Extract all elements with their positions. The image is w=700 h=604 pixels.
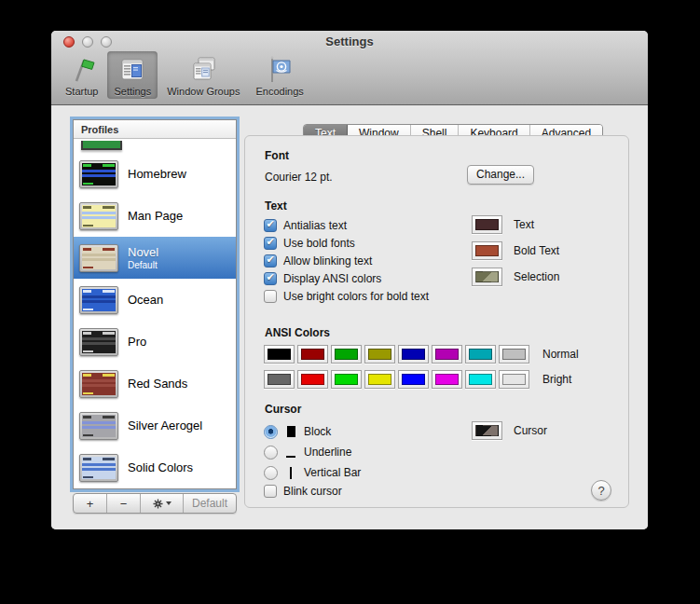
toolbar-item-settings[interactable]: Settings bbox=[107, 51, 158, 99]
partial-profile-thumb bbox=[81, 141, 122, 150]
checkbox[interactable] bbox=[264, 254, 277, 268]
ansi-color-well[interactable] bbox=[465, 345, 496, 364]
ansi-color-well[interactable] bbox=[264, 345, 295, 364]
profile-list-item[interactable]: Man Page bbox=[74, 195, 236, 237]
color-well-label: Bold Text bbox=[514, 244, 559, 257]
ansi-color-row: Normal bbox=[264, 345, 579, 364]
encodings-flag-icon bbox=[265, 55, 295, 85]
color-well-row: Text bbox=[472, 215, 559, 234]
color-well[interactable] bbox=[472, 421, 502, 440]
radio-button[interactable] bbox=[264, 425, 278, 439]
cursor-radio-row[interactable]: Vertical Bar bbox=[264, 462, 361, 483]
checkbox-row[interactable]: Use bold fonts bbox=[264, 234, 429, 252]
toolbar-item-label: Settings bbox=[114, 86, 151, 97]
ansi-color-well[interactable] bbox=[264, 370, 295, 389]
ansi-color-well[interactable] bbox=[499, 345, 529, 364]
gear-icon bbox=[153, 499, 163, 509]
blink-cursor-checkbox[interactable]: Blink cursor bbox=[264, 485, 342, 498]
chevron-down-icon bbox=[166, 501, 172, 505]
profile-list-item[interactable]: Red Sands bbox=[74, 363, 236, 405]
checkbox[interactable] bbox=[264, 237, 277, 250]
profile-default-badge: Default bbox=[128, 260, 158, 270]
toolbar-item-encodings[interactable]: Encodings bbox=[249, 51, 309, 99]
color-well[interactable] bbox=[472, 215, 502, 234]
add-profile-button[interactable]: + bbox=[74, 494, 107, 513]
ansi-color-well[interactable] bbox=[364, 345, 395, 364]
checkbox[interactable] bbox=[264, 290, 277, 303]
color-well-label: Cursor bbox=[514, 424, 547, 437]
toolbar-item-window-groups[interactable]: Window Groups bbox=[160, 51, 246, 99]
checkbox-row[interactable]: Use bright colors for bold text bbox=[264, 287, 429, 305]
cursor-style-glyph bbox=[285, 447, 296, 458]
profile-thumbnail bbox=[79, 244, 118, 272]
ansi-color-well[interactable] bbox=[331, 370, 362, 389]
profile-name: Solid Colors bbox=[128, 460, 193, 474]
profile-list-item[interactable]: Homebrew bbox=[74, 153, 236, 195]
profile-list-item[interactable]: Pro bbox=[74, 321, 236, 363]
checkbox-label: Antialias text bbox=[283, 219, 347, 232]
ansi-color-well[interactable] bbox=[398, 370, 429, 389]
ansi-color-well[interactable] bbox=[432, 345, 462, 364]
color-well[interactable] bbox=[472, 241, 502, 260]
profile-list-item[interactable]: Ocean bbox=[74, 279, 236, 321]
checkbox[interactable] bbox=[264, 485, 277, 498]
profile-list-item[interactable]: Silver Aerogel bbox=[74, 405, 236, 446]
color-well[interactable] bbox=[472, 268, 502, 286]
ansi-color-well[interactable] bbox=[297, 345, 328, 364]
profile-actions: + − Default bbox=[73, 493, 237, 514]
profile-list-item[interactable]: Novel Default bbox=[74, 237, 236, 279]
text-heading: Text bbox=[265, 199, 287, 213]
radio-label: Block bbox=[304, 425, 331, 438]
window-chrome: Settings Startup bbox=[51, 31, 648, 105]
remove-profile-button[interactable]: − bbox=[107, 494, 141, 513]
radio-button[interactable] bbox=[264, 466, 278, 480]
ansi-rows: Normal Bright bbox=[264, 345, 579, 395]
checkbox-label: Display ANSI colors bbox=[283, 272, 381, 285]
default-profile-button[interactable]: Default bbox=[184, 494, 236, 513]
checkbox-row[interactable]: Antialias text bbox=[264, 216, 429, 234]
cursor-style-glyph bbox=[285, 467, 296, 479]
ansi-color-well[interactable] bbox=[398, 345, 429, 364]
profile-thumbnail bbox=[79, 370, 118, 398]
profile-action-menu-button[interactable] bbox=[141, 494, 184, 513]
cursor-radio-row[interactable]: Underline bbox=[264, 442, 361, 462]
ansi-color-well[interactable] bbox=[331, 345, 362, 364]
color-well-row: Selection bbox=[472, 268, 559, 286]
ansi-color-well[interactable] bbox=[364, 370, 395, 389]
profile-thumbnail bbox=[79, 160, 118, 188]
cursor-style-glyph bbox=[285, 426, 296, 437]
profile-name: Ocean bbox=[128, 293, 163, 307]
cursor-radio-row[interactable]: Block bbox=[264, 421, 361, 442]
toolbar-item-label: Encodings bbox=[255, 86, 303, 97]
profile-thumbnail bbox=[79, 286, 118, 314]
profile-list-item[interactable]: Solid Colors bbox=[74, 446, 236, 488]
profile-name: Man Page bbox=[128, 209, 183, 223]
ansi-color-well[interactable] bbox=[432, 370, 462, 389]
help-button[interactable]: ? bbox=[591, 480, 611, 501]
radio-button[interactable] bbox=[264, 446, 278, 460]
checkbox[interactable] bbox=[264, 272, 277, 285]
text-settings-panel: Font Courier 12 pt. Change... Text Antia… bbox=[244, 135, 629, 508]
profile-thumbnail bbox=[79, 202, 118, 230]
settings-window: Settings Startup bbox=[51, 31, 648, 529]
profile-name: Pro bbox=[128, 335, 146, 349]
window-content: Profiles Homebrew Man Page bbox=[51, 106, 648, 529]
profile-thumbnail bbox=[79, 454, 118, 482]
ansi-color-well[interactable] bbox=[297, 370, 328, 389]
profile-thumbnail bbox=[79, 412, 118, 440]
ansi-color-row: Bright bbox=[264, 370, 579, 389]
checkbox-row[interactable]: Display ANSI colors bbox=[264, 269, 429, 287]
checkbox-label: Blink cursor bbox=[283, 485, 342, 498]
ansi-color-well[interactable] bbox=[465, 370, 496, 389]
ansi-heading: ANSI Colors bbox=[265, 326, 330, 339]
color-well-label: Text bbox=[514, 218, 534, 231]
ansi-color-well[interactable] bbox=[499, 370, 529, 389]
change-font-button[interactable]: Change... bbox=[467, 165, 534, 185]
checkbox-row[interactable]: Allow blinking text bbox=[264, 252, 429, 269]
cursor-radio-list: Block Underline Vertical Bar bbox=[264, 421, 361, 483]
checkbox[interactable] bbox=[264, 219, 277, 232]
toolbar: Startup Settings bbox=[59, 51, 310, 99]
startup-flag-icon bbox=[67, 55, 97, 85]
window-title: Settings bbox=[51, 34, 648, 48]
toolbar-item-startup[interactable]: Startup bbox=[59, 51, 104, 99]
